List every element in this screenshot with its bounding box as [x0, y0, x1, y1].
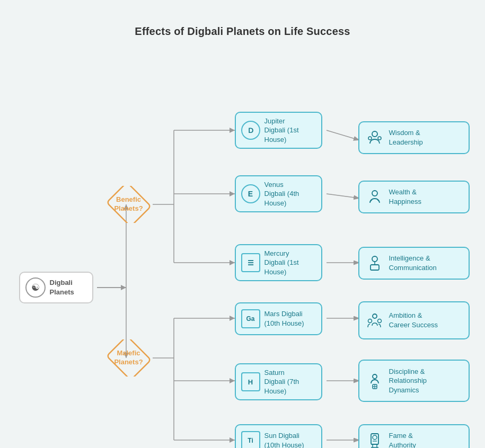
mercury-icon: ☰	[241, 253, 260, 272]
wisdom-box: Wisdom &Leadership	[358, 121, 470, 154]
benefic-diamond: BeneficPlanets?	[102, 186, 155, 223]
venus-box: E VenusDigbali (4thHouse)	[235, 175, 322, 212]
malefic-diamond: MaleficPlanets?	[102, 339, 155, 377]
svg-point-33	[372, 131, 377, 137]
svg-marker-28	[230, 437, 235, 443]
svg-marker-23	[230, 128, 235, 133]
fame-label: Fame &Authority	[389, 431, 416, 448]
saturn-box: H SaturnDigbali (7thHouse)	[235, 363, 322, 400]
discipline-box: Discipline &RelationshipDynamics	[358, 360, 470, 402]
root-box: ☯ DigbaliPlanets	[19, 272, 93, 303]
mars-label: Mars Digbali(10th House)	[264, 309, 304, 328]
svg-point-36	[372, 191, 377, 196]
svg-point-34	[368, 137, 372, 140]
saturn-icon: H	[241, 372, 260, 391]
root-icon: ☯	[25, 277, 46, 298]
svg-point-37	[372, 256, 377, 262]
discipline-label: Discipline &RelationshipDynamics	[389, 367, 427, 395]
saturn-label: SaturnDigbali (7thHouse)	[264, 368, 299, 396]
venus-label: VenusDigbali (4thHouse)	[264, 180, 299, 208]
svg-point-41	[368, 319, 372, 323]
mercury-label: MercuryDigbali (1stHouse)	[264, 249, 299, 277]
page-title: Effects of Digbali Planets on Life Succe…	[135, 25, 350, 38]
sun-box: Ti Sun Digbali(10th House)	[235, 424, 322, 448]
svg-point-40	[373, 314, 377, 318]
svg-marker-25	[230, 260, 235, 265]
intel-box: Intelligence &Communication	[358, 247, 470, 280]
svg-point-43	[373, 374, 377, 379]
malefic-label: MaleficPlanets?	[114, 349, 143, 367]
svg-marker-26	[230, 316, 235, 321]
svg-marker-30	[121, 285, 126, 290]
wisdom-icon	[365, 128, 385, 148]
sun-label: Sun Digbali(10th House)	[264, 431, 304, 448]
mars-box: Ga Mars Digbali(10th House)	[235, 302, 322, 335]
jupiter-icon: Ⅾ	[241, 121, 260, 140]
jupiter-box: Ⅾ JupiterDigbali (1stHouse)	[235, 112, 322, 149]
ambition-icon	[365, 310, 385, 330]
mars-icon: Ga	[241, 309, 260, 328]
venus-icon: E	[241, 184, 260, 203]
wisdom-label: Wisdom &Leadership	[389, 128, 423, 147]
fame-icon	[365, 431, 385, 448]
mercury-box: ☰ MercuryDigbali (1stHouse)	[235, 244, 322, 281]
svg-rect-38	[371, 265, 379, 270]
svg-line-13	[327, 130, 358, 140]
svg-point-48	[373, 435, 377, 440]
svg-line-14	[327, 194, 358, 198]
fame-box: Fame &Authority	[358, 424, 470, 448]
svg-marker-27	[230, 378, 235, 383]
svg-point-35	[378, 137, 381, 140]
benefic-label: BeneficPlanets?	[114, 195, 143, 213]
sun-icon: Ti	[241, 431, 260, 448]
svg-marker-24	[230, 191, 235, 196]
intel-label: Intelligence &Communication	[389, 254, 437, 272]
jupiter-label: JupiterDigbali (1stHouse)	[264, 117, 299, 145]
ambition-label: Ambition &Career Success	[389, 311, 438, 329]
wealth-box: Wealth &Happiness	[358, 181, 470, 213]
ambition-box: Ambition &Career Success	[358, 301, 470, 339]
intel-icon	[365, 253, 385, 273]
diagram: ☯ DigbaliPlanets BeneficPlanets? Malefic…	[4, 43, 481, 445]
discipline-icon	[365, 371, 385, 391]
root-label: DigbaliPlanets	[50, 278, 74, 297]
wealth-icon	[365, 187, 385, 207]
svg-point-42	[377, 319, 381, 323]
wealth-label: Wealth &Happiness	[389, 187, 421, 206]
